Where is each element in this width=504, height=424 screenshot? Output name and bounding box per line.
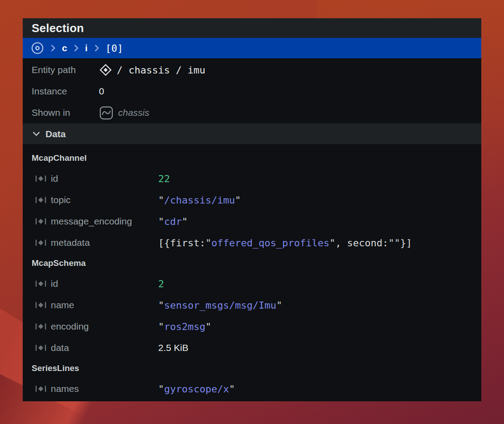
entity-icon bbox=[99, 63, 112, 77]
component-icon bbox=[35, 385, 47, 393]
group-title: McapChannel bbox=[23, 148, 481, 168]
field-label: data bbox=[51, 342, 69, 353]
shown-in-row: Shown in chassis bbox=[23, 102, 481, 123]
field-row-topic[interactable]: topic "/chassis/imu" bbox=[23, 189, 481, 211]
field-row-schema-id[interactable]: id 2 bbox=[23, 273, 481, 294]
breadcrumb-segment-instance[interactable]: [0] bbox=[106, 43, 123, 54]
component-icon bbox=[35, 196, 47, 204]
chevron-right-icon bbox=[94, 45, 99, 52]
component-icon bbox=[35, 280, 47, 288]
chevron-down-icon[interactable] bbox=[33, 131, 40, 136]
data-body: McapChannel id 22 bbox=[23, 145, 481, 400]
breadcrumb-segment[interactable]: c bbox=[62, 43, 67, 53]
quote-mark: " bbox=[229, 383, 235, 395]
metadata-string: offered_qos_profiles bbox=[211, 237, 329, 249]
field-label: names bbox=[51, 383, 79, 394]
quote-mark: " bbox=[158, 383, 164, 395]
quote-mark: " bbox=[205, 321, 211, 332]
field-value-string: cdr bbox=[164, 216, 182, 227]
chevron-right-icon bbox=[50, 45, 56, 52]
component-icon bbox=[35, 175, 47, 183]
quote-mark: " bbox=[158, 321, 164, 332]
data-section-title: Data bbox=[45, 129, 66, 139]
field-label: name bbox=[51, 300, 74, 310]
field-value-number: 22 bbox=[158, 173, 170, 184]
component-icon bbox=[35, 322, 47, 330]
field-row-metadata[interactable]: metadata [{first: "offered_qos_profiles"… bbox=[23, 232, 481, 253]
field-value-string: gyroscope/x bbox=[164, 383, 229, 395]
quote-mark: " bbox=[158, 195, 164, 206]
group-title: SeriesLines bbox=[23, 359, 481, 378]
field-label: metadata bbox=[51, 237, 90, 248]
entity-path-row: Entity path / chassis / imu bbox=[23, 59, 481, 81]
quote-mark: " bbox=[329, 237, 335, 249]
quote-mark: " bbox=[235, 195, 241, 206]
component-icon bbox=[35, 239, 47, 247]
selection-overview: Entity path / chassis / imu Instance 0 S… bbox=[23, 58, 481, 123]
quote-mark: " bbox=[276, 300, 282, 311]
field-row-message-encoding[interactable]: message_encoding "cdr" bbox=[23, 211, 481, 232]
quote-mark: " bbox=[158, 300, 164, 311]
panel-title: Selection bbox=[32, 21, 84, 35]
component-icon bbox=[35, 344, 47, 352]
field-label: id bbox=[51, 278, 58, 289]
recording-icon[interactable] bbox=[31, 41, 44, 55]
quote-mark: " bbox=[182, 216, 188, 227]
breadcrumb: c i [0] bbox=[23, 38, 481, 58]
component-icon bbox=[35, 301, 47, 309]
panel-title-bar: Selection bbox=[23, 18, 481, 38]
shown-in-label: Shown in bbox=[32, 107, 99, 118]
quote-mark: " bbox=[158, 216, 164, 227]
metadata-prefix: [{first: bbox=[158, 237, 205, 249]
timeseries-view-icon bbox=[99, 106, 114, 120]
field-row-id[interactable]: id 22 bbox=[23, 168, 481, 189]
component-icon bbox=[35, 217, 47, 225]
field-row-names[interactable]: names "gyroscope/x" bbox=[23, 378, 481, 400]
field-label: encoding bbox=[51, 321, 89, 332]
instance-row: Instance 0 bbox=[23, 81, 481, 102]
shown-in-view-link[interactable]: chassis bbox=[118, 107, 149, 118]
instance-label: Instance bbox=[32, 86, 99, 97]
chevron-right-icon bbox=[74, 45, 79, 52]
field-value-bytes: 2.5 KiB bbox=[158, 342, 188, 353]
field-row-schema-encoding[interactable]: encoding "ros2msg" bbox=[23, 316, 481, 337]
instance-value: 0 bbox=[99, 86, 104, 97]
data-section-header[interactable]: Data bbox=[23, 123, 481, 145]
field-value-string: sensor_msgs/msg/Imu bbox=[164, 300, 276, 311]
field-row-schema-data[interactable]: data 2.5 KiB bbox=[23, 337, 481, 359]
entity-path-value[interactable]: / chassis / imu bbox=[117, 65, 205, 76]
metadata-empty-string: "" bbox=[389, 237, 401, 249]
quote-mark: " bbox=[205, 237, 211, 249]
metadata-suffix: }] bbox=[400, 237, 412, 249]
breadcrumb-segment[interactable]: i bbox=[85, 43, 88, 53]
field-label: message_encoding bbox=[51, 216, 132, 227]
field-value-string: /chassis/imu bbox=[164, 195, 235, 206]
field-label: topic bbox=[51, 195, 70, 205]
entity-path-label: Entity path bbox=[32, 65, 99, 75]
selection-panel: Selection c i [0] Entity path bbox=[23, 18, 481, 401]
field-value-string: ros2msg bbox=[164, 321, 205, 332]
field-label: id bbox=[51, 173, 58, 184]
group-title: McapSchema bbox=[23, 253, 481, 273]
field-value-number: 2 bbox=[158, 278, 164, 289]
field-row-schema-name[interactable]: name "sensor_msgs/msg/Imu" bbox=[23, 294, 481, 316]
desktop: { "window": { "title": "Selection" }, "b… bbox=[0, 0, 504, 424]
metadata-mid: , second: bbox=[335, 237, 388, 249]
